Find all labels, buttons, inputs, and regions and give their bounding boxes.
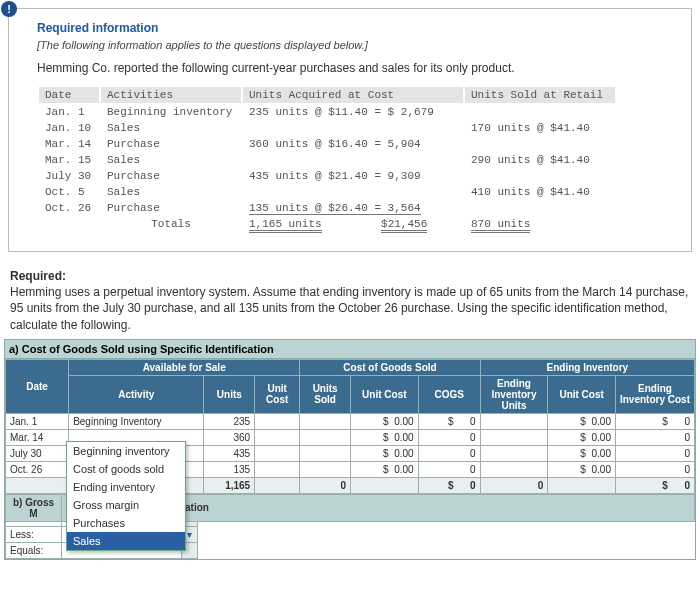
- equals-label: Equals:: [6, 542, 62, 558]
- totals-label: Totals: [101, 217, 241, 231]
- activity-cell[interactable]: Beginning Inventory: [69, 413, 204, 429]
- col-activities: Activities: [101, 87, 241, 103]
- hdr-available-for-sale: Available for Sale: [69, 359, 300, 375]
- col-acquired: Units Acquired at Cost: [243, 87, 463, 103]
- hdr-cost-of-goods-sold: Cost of Goods Sold: [300, 359, 480, 375]
- less-label: Less:: [6, 526, 62, 542]
- units-input[interactable]: 360: [204, 429, 255, 445]
- section-a-title: a) Cost of Goods Sold using Specific Ide…: [5, 340, 695, 359]
- required-info-subtitle: [The following information applies to th…: [37, 39, 673, 51]
- units-input[interactable]: 135: [204, 461, 255, 477]
- dropdown-option[interactable]: Gross margin: [67, 496, 185, 514]
- total-end-units: 0: [480, 477, 548, 493]
- total-units: 1,165: [204, 477, 255, 493]
- required-body: Hemming uses a perpetual inventory syste…: [10, 285, 688, 331]
- dropdown-option[interactable]: Cost of goods sold: [67, 460, 185, 478]
- section-b-title: b) Gross M: [6, 494, 62, 521]
- dropdown-option[interactable]: Beginning inventory: [67, 442, 185, 460]
- required-heading: Required:: [10, 269, 66, 283]
- total-end-cost: $ 0: [615, 477, 694, 493]
- units-input[interactable]: 435: [204, 445, 255, 461]
- activity-dropdown[interactable]: Beginning inventory Cost of goods sold E…: [66, 441, 186, 551]
- dropdown-option[interactable]: Ending inventory: [67, 478, 185, 496]
- col-sold: Units Sold at Retail: [465, 87, 615, 103]
- required-info-title: Required information: [37, 21, 673, 35]
- col-date: Date: [39, 87, 99, 103]
- info-icon: !: [1, 1, 17, 17]
- required-information-panel: ! Required information [The following in…: [8, 8, 692, 252]
- dropdown-option-selected[interactable]: Sales: [67, 532, 185, 550]
- end-units-input[interactable]: [480, 413, 548, 429]
- units-sold-input[interactable]: [300, 413, 351, 429]
- total-cogs: $ 0: [418, 477, 480, 493]
- required-info-lead: Hemming Co. reported the following curre…: [37, 61, 673, 75]
- dropdown-option[interactable]: Purchases: [67, 514, 185, 532]
- table-row: Jan. 1 Beginning Inventory 235 $ 0.00 $ …: [6, 413, 695, 429]
- transactions-table: Date Activities Units Acquired at Cost U…: [37, 85, 617, 233]
- unit-cost-input[interactable]: [255, 413, 300, 429]
- hdr-ending-inventory: Ending Inventory: [480, 359, 694, 375]
- required-prompt: Required: Hemming uses a perpetual inven…: [10, 268, 690, 333]
- hdr-date: Date: [6, 359, 69, 413]
- total-units-sold: 0: [300, 477, 351, 493]
- units-input[interactable]: 235: [204, 413, 255, 429]
